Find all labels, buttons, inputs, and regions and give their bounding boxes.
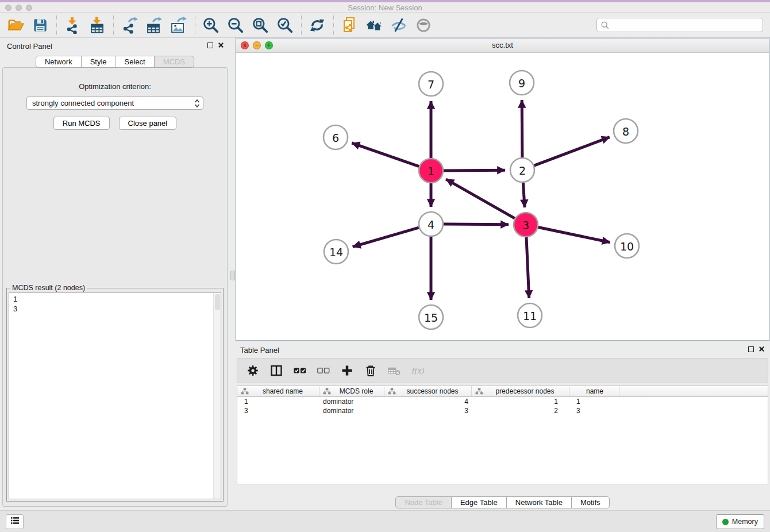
column-header-MCDS-role[interactable]: MCDS role <box>319 386 384 396</box>
graph-node-9[interactable]: 9 <box>510 71 534 95</box>
deselect-all-icon[interactable] <box>316 363 331 378</box>
zoom-selected-icon[interactable] <box>274 15 295 36</box>
run-mcds-button[interactable]: Run MCDS <box>53 117 110 130</box>
import-table-icon[interactable] <box>86 15 107 36</box>
svg-text:9: 9 <box>518 77 525 90</box>
close-panel-icon[interactable] <box>218 42 224 48</box>
result-scrollbar[interactable] <box>213 293 221 499</box>
clone-network-icon[interactable] <box>338 15 360 36</box>
column-header-successor-nodes[interactable]: successor nodes <box>384 386 472 396</box>
graph-node-11[interactable]: 11 <box>518 303 542 327</box>
graph-edge-3-10[interactable] <box>538 228 610 242</box>
mcds-result-lines: 13 <box>9 293 221 315</box>
export-network-icon[interactable] <box>118 15 140 36</box>
svg-text:10: 10 <box>620 240 634 253</box>
search-input[interactable] <box>612 19 760 31</box>
control-panel-tabs: NetworkStyleSelectMCDS <box>0 56 230 68</box>
save-session-icon[interactable] <box>29 15 51 36</box>
column-header-shared-name[interactable]: shared name <box>237 386 319 396</box>
task-history-button[interactable] <box>6 514 24 529</box>
table-cell[interactable]: 2 <box>472 406 569 415</box>
graph-node-1[interactable]: 1 <box>419 159 443 183</box>
table-cell[interactable]: dominator <box>319 406 384 415</box>
graph-edge-2-3[interactable] <box>523 183 525 207</box>
tab-edge-table[interactable]: Edge Table <box>451 496 507 508</box>
table-cell[interactable]: dominator <box>319 397 384 406</box>
table-panel-title: Table Panel <box>240 346 279 354</box>
column-header-name[interactable]: name <box>569 386 619 396</box>
graph-edge-4-14[interactable] <box>353 228 419 247</box>
table-panel-header: Table Panel <box>236 342 769 358</box>
table-cell[interactable]: 3 <box>384 406 472 415</box>
columns-icon[interactable] <box>269 363 284 378</box>
window-title: Session: New Session <box>0 3 770 12</box>
zoom-out-icon[interactable] <box>225 15 246 36</box>
zoom-in-icon[interactable] <box>200 15 221 36</box>
graph-node-14[interactable]: 14 <box>324 240 348 264</box>
table-cell[interactable]: 4 <box>384 397 472 406</box>
graph-node-2[interactable]: 2 <box>510 158 534 182</box>
graph-edge-3-11[interactable] <box>526 237 529 298</box>
export-image-icon[interactable] <box>168 15 189 36</box>
table-cell[interactable]: 3 <box>569 406 619 415</box>
tab-node-table[interactable]: Node Table <box>395 496 452 508</box>
toolbar-separator <box>195 16 195 35</box>
export-table-icon[interactable] <box>143 15 164 36</box>
graph-edge-3-1[interactable] <box>446 179 515 218</box>
mcds-result-text: 13 <box>9 292 221 499</box>
table-cell[interactable]: 3 <box>237 406 319 415</box>
result-line: 3 <box>13 304 217 314</box>
tab-network[interactable]: Network <box>36 56 82 68</box>
svg-text:3: 3 <box>522 219 529 232</box>
refresh-icon[interactable] <box>306 15 328 36</box>
graph-edge-4-3[interactable] <box>444 224 509 225</box>
graph-node-6[interactable]: 6 <box>324 125 348 149</box>
graph-edge-1-2[interactable] <box>444 170 505 171</box>
tab-motifs[interactable]: Motifs <box>571 496 610 508</box>
close-table-panel-icon[interactable] <box>759 346 765 352</box>
select-all-icon[interactable] <box>292 363 307 378</box>
show-all-icon[interactable] <box>413 15 434 36</box>
network-window-titlebar[interactable]: x–+ scc.txt <box>236 38 769 53</box>
import-network-icon[interactable] <box>61 15 83 36</box>
close-panel-button[interactable]: Close panel <box>119 117 177 130</box>
tab-select[interactable]: Select <box>116 56 155 68</box>
float-table-panel-icon[interactable] <box>748 346 754 352</box>
column-header-predecessor-nodes[interactable]: predecessor nodes <box>472 386 569 396</box>
delete-icon[interactable] <box>363 363 378 378</box>
tab-network-table[interactable]: Network Table <box>506 496 572 508</box>
network-graph[interactable]: 7968124314101511 <box>236 53 769 340</box>
memory-button[interactable]: Memory <box>716 514 764 529</box>
table-row[interactable]: 1dominator411 <box>237 397 768 406</box>
open-session-icon[interactable] <box>5 15 26 36</box>
toolbar-separator <box>333 16 334 35</box>
graph-edge-1-6[interactable] <box>352 143 419 167</box>
tab-mcds[interactable]: MCDS <box>154 56 194 68</box>
zoom-fit-icon[interactable] <box>249 15 271 36</box>
table-row[interactable]: 3dominator323 <box>237 406 768 415</box>
graph-node-4[interactable]: 4 <box>419 212 443 236</box>
graph-node-10[interactable]: 10 <box>615 234 639 258</box>
add-icon[interactable] <box>340 363 355 378</box>
tab-style[interactable]: Style <box>81 56 116 68</box>
hide-selected-icon[interactable] <box>388 15 409 36</box>
toolbar-separator <box>301 16 302 35</box>
table-toolbar: f(x) <box>237 358 768 383</box>
table-cell[interactable]: 1 <box>472 397 569 406</box>
vertical-splitter-grip[interactable] <box>230 271 235 280</box>
svg-text:15: 15 <box>424 311 438 324</box>
graph-edge-2-9[interactable] <box>522 100 522 157</box>
network-canvas[interactable]: 7968124314101511 <box>236 53 769 340</box>
table-cell[interactable]: 1 <box>569 397 619 406</box>
criterion-dropdown[interactable]: strongly connected component <box>26 97 203 110</box>
first-neighbors-icon[interactable] <box>363 15 384 36</box>
graph-node-7[interactable]: 7 <box>419 72 443 96</box>
gear-icon[interactable] <box>245 363 260 378</box>
graph-node-8[interactable]: 8 <box>614 119 638 143</box>
graph-node-15[interactable]: 15 <box>419 305 443 329</box>
float-panel-icon[interactable] <box>207 43 213 48</box>
graph-node-3[interactable]: 3 <box>514 213 538 237</box>
table-cell[interactable]: 1 <box>237 397 319 406</box>
application-window: { "colors": { "edge": "#3a0d40", "node_f… <box>0 0 770 532</box>
graph-edge-2-8[interactable] <box>534 137 610 166</box>
